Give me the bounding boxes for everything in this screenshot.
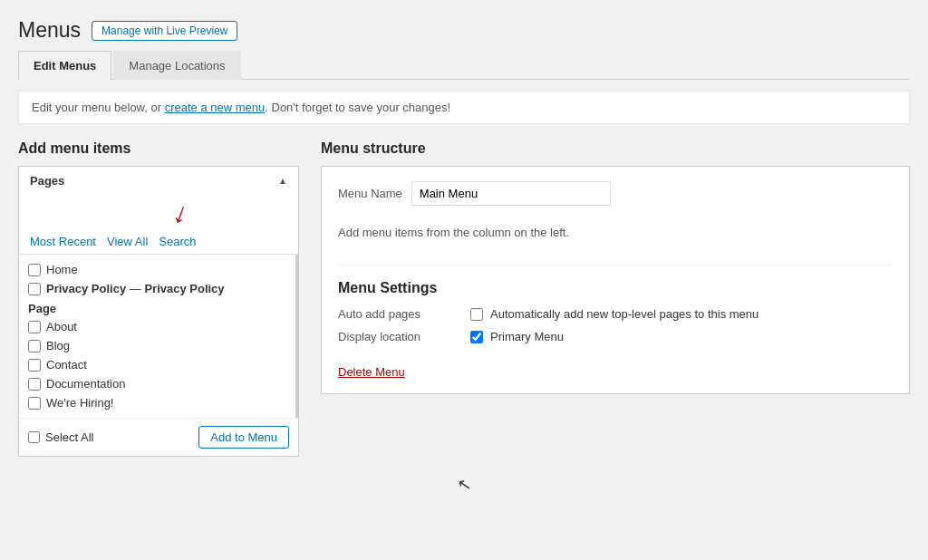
select-all-checkbox[interactable]: [28, 431, 40, 443]
tab-manage-locations[interactable]: Manage Locations: [113, 51, 240, 80]
menu-name-input[interactable]: [411, 181, 611, 206]
documentation-checkbox[interactable]: [28, 378, 41, 391]
menu-settings-title: Menu Settings: [338, 280, 893, 296]
auto-add-label: Auto add pages: [338, 307, 456, 321]
auto-add-text: Automatically add new top-level pages to…: [490, 307, 759, 321]
cursor-icon: ↖: [456, 474, 473, 496]
checkbox-list: Home Privacy Policy — Privacy Policy Pag…: [19, 255, 298, 418]
display-location-label: Display location: [338, 330, 456, 343]
info-text-before: Edit your menu below, or: [32, 101, 165, 114]
accordion-header[interactable]: Pages ▲: [19, 167, 298, 195]
menu-settings: Menu Settings Auto add pages Automatical…: [338, 265, 893, 379]
left-column: Add menu items Pages ▲ ↓ Most Recent Vie…: [18, 140, 299, 457]
add-items-hint: Add menu items from the column on the le…: [338, 218, 893, 246]
home-checkbox[interactable]: [28, 264, 41, 276]
about-checkbox[interactable]: [28, 321, 41, 333]
home-label: Home: [46, 263, 78, 276]
acc-tab-most-recent[interactable]: Most Recent: [30, 235, 96, 254]
blog-label: Blog: [46, 339, 70, 352]
list-item: Privacy Policy — Privacy Policy: [28, 279, 286, 298]
auto-add-control: Automatically add new top-level pages to…: [470, 307, 759, 321]
menu-name-label: Menu Name: [338, 187, 402, 200]
info-text-after: . Don't forget to save your changes!: [265, 101, 450, 114]
chevron-up-icon: ▲: [278, 176, 287, 186]
list-item: We're Hiring!: [28, 393, 286, 412]
privacy-policy-checkbox[interactable]: [28, 283, 41, 295]
primary-menu-checkbox[interactable]: [470, 331, 483, 343]
page-title: Menus: [18, 18, 81, 43]
menu-structure-title: Menu structure: [321, 140, 910, 157]
contact-label: Contact: [46, 358, 87, 372]
pages-accordion: Pages ▲ ↓ Most Recent View All Search: [18, 166, 299, 457]
blog-checkbox[interactable]: [28, 340, 41, 352]
settings-row-auto-add: Auto add pages Automatically add new top…: [338, 307, 893, 321]
privacy-policy-label: Privacy Policy — Privacy Policy: [46, 282, 225, 295]
settings-row-display-location: Display location Primary Menu: [338, 330, 893, 343]
page-section-label: Page: [28, 298, 286, 317]
list-item: Blog: [28, 336, 286, 355]
delete-menu-link[interactable]: Delete Menu: [338, 365, 405, 379]
list-item: Home: [28, 260, 286, 279]
display-location-control: Primary Menu: [470, 330, 564, 343]
accordion-title: Pages: [30, 174, 64, 188]
documentation-label: Documentation: [46, 377, 125, 391]
accordion-tabs: Most Recent View All Search: [19, 227, 298, 255]
right-column: Menu structure Menu Name Add menu items …: [321, 140, 910, 394]
menu-structure-area: Menu Name Add menu items from the column…: [321, 166, 910, 394]
tabs-row: Edit Menus Manage Locations: [18, 50, 910, 80]
cursor-area: ↖: [18, 457, 910, 495]
menu-name-row: Menu Name: [338, 181, 893, 206]
red-arrow-annotation: ↓: [19, 195, 298, 227]
list-item: Contact: [28, 355, 286, 374]
tab-edit-menus[interactable]: Edit Menus: [18, 51, 111, 80]
select-all-row: Select All: [28, 430, 93, 444]
auto-add-checkbox[interactable]: [470, 308, 483, 321]
add-to-menu-button[interactable]: Add to Menu: [198, 426, 289, 449]
add-menu-items-title: Add menu items: [18, 140, 299, 157]
contact-checkbox[interactable]: [28, 359, 41, 372]
list-item: About: [28, 317, 286, 336]
primary-menu-text: Primary Menu: [490, 330, 564, 343]
select-all-label: Select All: [45, 430, 93, 444]
info-bar: Edit your menu below, or create a new me…: [18, 91, 910, 124]
create-new-menu-link[interactable]: create a new menu: [165, 101, 266, 114]
we-re-hiring-checkbox[interactable]: [28, 397, 41, 410]
red-arrow-icon: ↓: [169, 197, 193, 229]
accordion-footer: Select All Add to Menu: [19, 418, 298, 456]
list-item: Documentation: [28, 374, 286, 393]
acc-tab-search[interactable]: Search: [159, 235, 196, 254]
acc-tab-view-all[interactable]: View All: [107, 235, 148, 254]
about-label: About: [46, 320, 77, 333]
we-re-hiring-label: We're Hiring!: [46, 396, 113, 410]
live-preview-button[interactable]: Manage with Live Preview: [92, 21, 237, 41]
